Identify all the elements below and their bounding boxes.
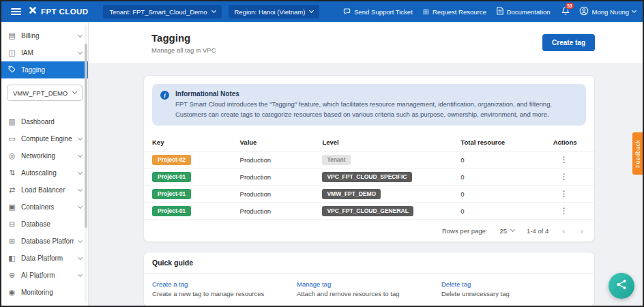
sidebar-scrollbar-thumb[interactable] xyxy=(85,44,87,228)
total-resource-cell: 0 xyxy=(460,207,553,215)
pagination-range: 1-4 of 4 xyxy=(527,227,548,235)
user-menu[interactable]: Mong Nuong xyxy=(579,6,636,17)
sidebar-item-ai-platform[interactable]: ⊕ AI Platform xyxy=(1,267,88,284)
delete-tag-link[interactable]: Delete tag xyxy=(441,280,586,288)
pagination: Rows per page: 25 1-4 of 4 ‹ › xyxy=(144,220,594,242)
kebab-menu-icon[interactable]: ⋮ xyxy=(560,189,568,199)
sidebar-item-database-platform[interactable]: ⊞ Database Platform xyxy=(1,233,88,250)
table-row: Project-01 Production VMW_FPT_DEMO 0 ⋮ xyxy=(144,186,594,203)
tags-card: i Informational Notes FPT Smart Cloud in… xyxy=(143,75,595,242)
table-header-row: Key Value Level Total resource Actions xyxy=(144,134,594,151)
database-icon: ⊟ xyxy=(8,220,16,228)
level-badge: Tenant xyxy=(322,155,350,165)
chevron-down-icon xyxy=(632,8,636,13)
column-header-key: Key xyxy=(152,138,240,146)
sidebar-item-compute-engine[interactable]: ▭ Compute Engine xyxy=(1,130,88,147)
chevron-down-icon xyxy=(78,49,83,54)
network-icon: ◎ xyxy=(8,152,16,160)
sidebar: ▤ Billing ◫ IAM Tagging VMW_FPT_DEMO ▥ D… xyxy=(1,22,89,306)
previous-page-button[interactable]: ‹ xyxy=(561,226,566,235)
app-window: FPT CLOUD Tenant: FPT_Smart_Cloud_Demo R… xyxy=(0,0,644,307)
region-selector[interactable]: Region: Hanoi (Vietnam) xyxy=(229,5,320,18)
chevron-down-icon xyxy=(78,135,83,140)
send-support-ticket-link[interactable]: Send Support Ticket xyxy=(343,8,413,16)
manage-tag-link[interactable]: Manage tag xyxy=(297,280,441,288)
value-cell: Production xyxy=(240,173,323,181)
kebab-menu-icon[interactable]: ⋮ xyxy=(560,206,568,216)
ai-platform-icon: ⊕ xyxy=(8,272,16,279)
chevron-down-icon xyxy=(510,227,515,232)
topbar: FPT CLOUD Tenant: FPT_Smart_Cloud_Demo R… xyxy=(1,1,643,22)
request-resource-link[interactable]: ⊞ Request Resource xyxy=(423,8,486,16)
sidebar-item-database[interactable]: ⊟ Database xyxy=(1,216,88,233)
sidebar-item-data-platform[interactable]: ◧ Data Platform xyxy=(1,250,88,267)
level-badge: VMW_FPT_DEMO xyxy=(322,189,381,199)
chevron-down-icon xyxy=(78,238,83,243)
level-badge: VPC_FPT_CLOUD_GENERAL xyxy=(322,206,413,216)
info-note-line2: Customers can create tags to categorize … xyxy=(175,110,552,120)
user-name: Mong Nuong xyxy=(592,8,629,16)
create-a-tag-link[interactable]: Create a tag xyxy=(152,280,297,288)
next-page-button[interactable]: › xyxy=(579,226,585,235)
key-badge: Project-01 xyxy=(152,172,191,182)
chevron-down-icon xyxy=(309,8,314,13)
page-title: Tagging xyxy=(151,32,216,44)
main-content: Tagging Manage all tag in VPC Create tag… xyxy=(89,22,643,306)
documentation-link[interactable]: Documentation xyxy=(497,7,551,16)
notification-count-badge: 53 xyxy=(565,2,574,10)
dashboard-icon: ▥ xyxy=(8,118,16,126)
quick-guide-title: Quick guide xyxy=(144,252,594,274)
feedback-tab[interactable]: Feedback xyxy=(632,132,643,175)
chevron-down-icon xyxy=(78,169,83,174)
column-header-value: Value xyxy=(240,138,323,146)
sidebar-item-dashboard[interactable]: ▥ Dashboard xyxy=(1,113,88,130)
region-label: Region: Hanoi (Vietnam) xyxy=(235,8,306,16)
tenant-selector[interactable]: Tenant: FPT_Smart_Cloud_Demo xyxy=(103,5,221,18)
total-resource-cell: 0 xyxy=(460,156,553,164)
chevron-down-icon xyxy=(72,89,77,94)
avatar-icon xyxy=(579,6,589,17)
create-tag-button[interactable]: Create tag xyxy=(542,34,595,51)
vpc-selector[interactable]: VMW_FPT_DEMO xyxy=(7,85,83,101)
sidebar-item-billing[interactable]: ▤ Billing xyxy=(1,27,88,44)
value-cell: Production xyxy=(240,190,323,198)
delete-tag-desc: Delete unnecessary tag xyxy=(441,290,586,297)
value-cell: Production xyxy=(240,156,323,164)
tag-icon xyxy=(8,65,16,74)
key-badge: Project-02 xyxy=(152,155,191,165)
column-header-actions: Actions xyxy=(553,138,586,146)
sidebar-item-monitoring[interactable]: ◉ Monitoring xyxy=(1,284,88,301)
sidebar-item-load-balancer[interactable]: ⇄ Load Balancer xyxy=(1,181,88,199)
tenant-label: Tenant: FPT_Smart_Cloud_Demo xyxy=(109,8,207,16)
menu-icon[interactable] xyxy=(11,8,21,15)
sidebar-item-tagging[interactable]: Tagging xyxy=(1,61,88,78)
rows-per-page-select[interactable]: 25 xyxy=(500,227,515,235)
value-cell: Production xyxy=(240,207,323,215)
sidebar-item-iam[interactable]: ◫ IAM xyxy=(1,44,88,61)
kebab-menu-icon[interactable]: ⋮ xyxy=(560,155,568,164)
sidebar-scrollbar-track xyxy=(85,25,87,303)
identity-icon: ◫ xyxy=(8,49,16,57)
manage-tag-desc: Attach and remove resources to tag xyxy=(297,290,441,297)
table-row: Project-01 Production VPC_FPT_CLOUD_SPEC… xyxy=(144,169,594,186)
chat-support-button[interactable] xyxy=(609,273,634,299)
column-header-level: Level xyxy=(322,138,460,146)
fpt-cloud-logo[interactable]: FPT CLOUD xyxy=(28,5,88,18)
info-note-line1: FPT Smart Cloud introduces the "Tagging"… xyxy=(175,100,552,110)
total-resource-cell: 0 xyxy=(460,190,553,198)
sidebar-item-containers[interactable]: ▣ Containers xyxy=(1,199,88,216)
sidebar-item-networking[interactable]: ◎ Networking xyxy=(1,147,88,164)
database-platform-icon: ⊞ xyxy=(8,237,16,245)
notifications-button[interactable]: 53 xyxy=(561,5,570,18)
chevron-down-icon xyxy=(78,272,83,276)
fpt-logo-icon xyxy=(28,5,38,18)
sidebar-item-autoscaling[interactable]: ⇅ Autoscaling xyxy=(1,164,88,181)
key-badge: Project-01 xyxy=(152,206,191,216)
kebab-menu-icon[interactable]: ⋮ xyxy=(560,172,568,181)
info-note-title: Informational Notes xyxy=(175,90,552,98)
chevron-down-icon xyxy=(78,32,83,37)
data-platform-icon: ◧ xyxy=(8,254,16,262)
monitoring-icon: ◉ xyxy=(8,289,16,296)
table-row: Project-01 Production VPC_FPT_CLOUD_GENE… xyxy=(144,203,594,220)
level-badge: VPC_FPT_CLOUD_SPECIFIC xyxy=(322,172,411,182)
